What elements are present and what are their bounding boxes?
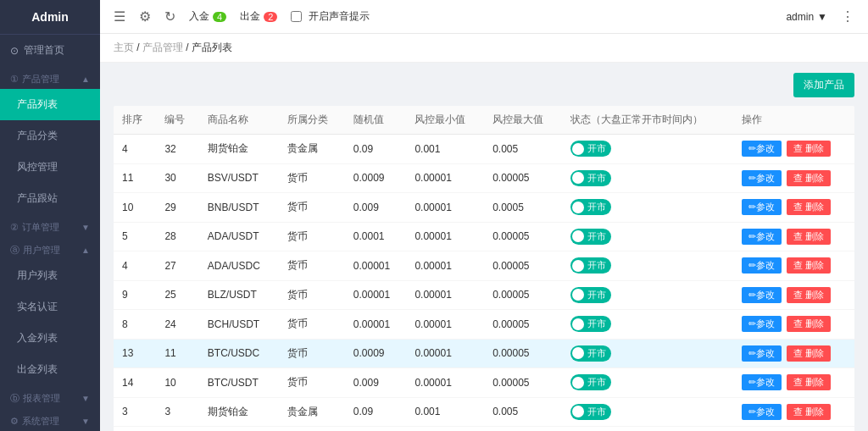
cell-min: 0.00001 (406, 368, 484, 398)
sidebar-item-deposit-list[interactable]: 入金列表 (0, 323, 100, 354)
sidebar-item-user-list[interactable]: 用户列表 (0, 260, 100, 291)
sidebar-item-withdraw-list[interactable]: 出金列表 (0, 354, 100, 385)
edit-button[interactable]: ✏参改 (742, 316, 782, 332)
breadcrumb-product[interactable]: 产品管理 (142, 41, 183, 53)
status-toggle[interactable]: 开市 (570, 287, 611, 303)
cell-ops: ✏参改 查 删除 (733, 280, 854, 310)
edit-button[interactable]: ✏参改 (742, 229, 782, 245)
refresh-icon[interactable]: ↻ (164, 8, 175, 25)
breadcrumb-home[interactable]: 主页 (114, 41, 134, 53)
edit-button[interactable]: ✏参改 (742, 257, 782, 274)
sidebar-item-product-follow[interactable]: 产品跟站 (0, 183, 100, 214)
notify-toggle[interactable]: 开启声音提示 (291, 9, 370, 24)
cell-min: 0.00001 (406, 251, 484, 281)
sidebar-section-user-label: 用户管理 (23, 244, 60, 257)
status-toggle[interactable]: 开市 (570, 170, 611, 186)
toggle-dot (572, 347, 584, 359)
cell-max: 0.00005 (484, 251, 562, 281)
home-icon: ⊙ (10, 45, 19, 57)
table-row: 3 3 期货铂金 贵金属 0.09 0.001 0.005 开市 ✏参改 查 删… (114, 397, 854, 427)
delete-button[interactable]: 查 删除 (787, 199, 831, 215)
sidebar-section-user[interactable]: ⓐ 用户管理 ▲ (0, 237, 100, 260)
delete-button[interactable]: 查 删除 (787, 287, 831, 303)
sidebar-section-report[interactable]: ⓑ 报表管理 ▼ (0, 385, 100, 408)
cell-id: 32 (156, 135, 198, 164)
sidebar-section-system[interactable]: ⚙ 系统管理 ▼ (0, 408, 100, 431)
toggle-dot (572, 260, 584, 272)
delete-button[interactable]: 查 删除 (787, 404, 831, 420)
cell-status: 开市 (562, 427, 733, 432)
delete-button[interactable]: 查 删除 (787, 257, 831, 274)
toggle-label: 开市 (587, 318, 606, 330)
delete-button[interactable]: 查 删除 (787, 345, 831, 362)
status-toggle[interactable]: 开市 (570, 257, 611, 274)
sidebar-item-product-list[interactable]: 产品列表 (0, 89, 100, 120)
sidebar-item-product-list-label: 产品列表 (17, 97, 58, 112)
content-header: 添加产品 (114, 73, 854, 97)
cell-status: 开市 (562, 163, 733, 193)
cell-category: 货币 (279, 310, 345, 340)
settings-icon[interactable]: ⚙ (139, 8, 151, 25)
user-icon: ⓐ (10, 244, 19, 257)
cell-sort: 2 (114, 427, 156, 432)
status-toggle[interactable]: 开市 (570, 141, 611, 157)
withdraw-badge[interactable]: 出金 2 (240, 9, 277, 24)
delete-button[interactable]: 查 删除 (787, 316, 831, 332)
sidebar-section-order[interactable]: ② 订单管理 ▼ (0, 214, 100, 237)
add-product-button[interactable]: 添加产品 (793, 73, 854, 97)
status-toggle[interactable]: 开市 (570, 404, 611, 420)
cell-status: 开市 (562, 368, 733, 398)
cell-max: 0.00005 (484, 368, 562, 398)
cell-sort: 14 (114, 368, 156, 398)
delete-button[interactable]: 查 删除 (787, 170, 831, 186)
sidebar-item-risk-control[interactable]: 风控管理 (0, 152, 100, 183)
edit-button[interactable]: ✏参改 (742, 404, 782, 420)
table-row: 11 30 BSV/USDT 货币 0.0009 0.00001 0.00005… (114, 163, 854, 193)
cell-id: 11 (156, 339, 198, 368)
main-area: ☰ ⚙ ↻ 入金 4 出金 2 开启声音提示 admin ▼ ⋮ 主页 / 产品… (100, 0, 868, 431)
table-body: 4 32 期货铂金 贵金属 0.09 0.001 0.005 开市 ✏参改 查 … (114, 135, 854, 432)
deposit-badge[interactable]: 入金 4 (189, 9, 226, 24)
delete-button[interactable]: 查 删除 (787, 374, 831, 390)
deposit-label: 入金 (189, 9, 209, 24)
sidebar-item-product-category[interactable]: 产品分类 (0, 120, 100, 152)
cell-min: 0.00001 (406, 163, 484, 193)
col-sort: 排序 (114, 106, 156, 135)
sidebar-item-verify[interactable]: 实名认证 (0, 291, 100, 323)
edit-button[interactable]: ✏参改 (742, 345, 782, 362)
table-row: 4 32 期货铂金 贵金属 0.09 0.001 0.005 开市 ✏参改 查 … (114, 135, 854, 164)
cell-category: 贵金属 (279, 397, 345, 427)
header-user[interactable]: admin ▼ (786, 11, 827, 23)
header: ☰ ⚙ ↻ 入金 4 出金 2 开启声音提示 admin ▼ ⋮ (100, 0, 868, 34)
sidebar-section-order-label: 订单管理 (22, 221, 59, 234)
menu-icon[interactable]: ☰ (114, 8, 125, 25)
sidebar-section-product[interactable]: ① 产品管理 ▲ (0, 66, 100, 89)
edit-button[interactable]: ✏参改 (742, 199, 782, 215)
more-options-icon[interactable]: ⋮ (841, 8, 854, 25)
cell-category: 贵金属 (279, 135, 345, 164)
edit-button[interactable]: ✏参改 (742, 141, 782, 157)
chevron-up-icon-user: ▲ (81, 246, 90, 255)
ops-container: ✏参改 查 删除 (742, 374, 846, 390)
cell-category: 货币 (279, 193, 345, 223)
edit-button[interactable]: ✏参改 (742, 374, 782, 390)
delete-button[interactable]: 查 删除 (787, 141, 831, 157)
status-toggle[interactable]: 开市 (570, 229, 611, 245)
status-toggle[interactable]: 开市 (570, 316, 611, 332)
product-table-wrap: 排序 编号 商品名称 所属分类 随机值 风控最小值 风控最大值 状态（大盘正常开… (114, 106, 854, 431)
status-toggle[interactable]: 开市 (570, 374, 611, 390)
delete-button[interactable]: 查 删除 (787, 229, 831, 245)
cell-name: BTC/USDT (199, 368, 279, 398)
toggle-label: 开市 (587, 201, 606, 213)
order-icon: ② (10, 222, 19, 233)
cell-id: 10 (156, 368, 198, 398)
sidebar-item-home[interactable]: ⊙ 管理首页 (0, 35, 100, 66)
edit-button[interactable]: ✏参改 (742, 170, 782, 186)
edit-button[interactable]: ✏参改 (742, 287, 782, 303)
content-area: 添加产品 排序 编号 商品名称 所属分类 随机值 风控最小值 风控最大值 状态（… (100, 63, 868, 431)
cell-ops: ✏参改 查 删除 (733, 310, 854, 340)
status-toggle[interactable]: 开市 (570, 345, 611, 362)
cell-status: 开市 (562, 397, 733, 427)
status-toggle[interactable]: 开市 (570, 199, 611, 215)
notify-checkbox[interactable] (291, 11, 302, 22)
